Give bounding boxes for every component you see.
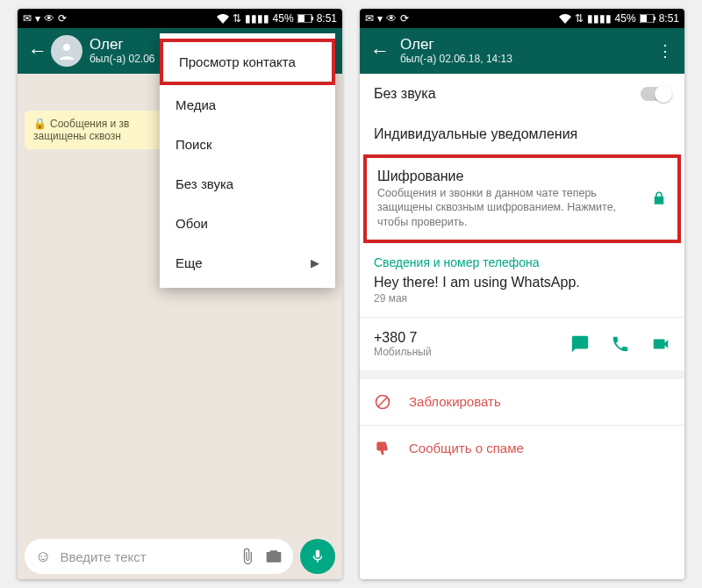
about-status-date: 29 мая [360, 290, 684, 317]
row-label: Без звука [374, 86, 641, 102]
action-label: Заблокировать [409, 394, 501, 409]
mic-button[interactable] [300, 539, 335, 574]
row-phone[interactable]: +380 7 Мобильный [360, 318, 684, 370]
envelope-icon: ✉ [23, 12, 32, 25]
row-custom-notifications[interactable]: Индивидуальные уведомления [360, 114, 684, 154]
encryption-title: Шифрование [377, 169, 644, 184]
phone-left: ✉ ▾ 👁 ⟳ ⇅ ▮▮▮▮ 45% 8:51 ← Олег был(-а) 0… [18, 9, 342, 579]
action-label: Сообщить о спаме [409, 441, 524, 455]
battery-percent: 45% [273, 12, 294, 25]
clock-time: 8:51 [659, 12, 679, 25]
wifi-icon [559, 14, 571, 24]
back-button[interactable]: ← [25, 39, 51, 62]
message-icon[interactable] [570, 334, 590, 354]
overflow-menu: Просмотр контакта Медиа Поиск Без звука … [160, 33, 335, 288]
contact-name: Олег [400, 37, 653, 54]
svg-rect-5 [641, 15, 647, 22]
signal-icon: ▮▮▮▮ [587, 12, 612, 25]
eye-icon: 👁 [386, 12, 397, 25]
sync-icon: ⟳ [400, 12, 409, 25]
battery-icon [640, 14, 655, 23]
contact-info-content: Без звука Индивидуальные уведомления Шиф… [360, 74, 684, 579]
emoji-icon[interactable]: ☺ [35, 548, 51, 566]
menu-item-label: Без звука [176, 176, 233, 191]
mute-toggle[interactable] [641, 87, 670, 101]
svg-line-8 [378, 398, 387, 406]
sync-icon: ⟳ [58, 12, 67, 25]
kebab-menu[interactable]: ⋮ [653, 41, 677, 61]
about-status[interactable]: Hey there! I am using WhatsApp. [360, 275, 684, 290]
thumbs-down-icon [374, 440, 393, 457]
svg-point-3 [63, 44, 70, 51]
attach-icon[interactable] [239, 548, 256, 565]
menu-more[interactable]: Еще ▶ [160, 243, 335, 283]
encryption-desc: Сообщения и звонки в данном чате теперь … [377, 186, 644, 229]
report-button[interactable]: Сообщить о спаме [360, 426, 684, 471]
back-button[interactable]: ← [367, 39, 393, 62]
menu-item-label: Еще [176, 255, 203, 270]
eye-icon: 👁 [44, 12, 54, 25]
lock-icon: 🔒 [33, 118, 47, 130]
signal-icon: ▮▮▮▮ [245, 12, 269, 25]
status-bar: ✉ ▾ 👁 ⟳ ⇅ ▮▮▮▮ 45% 8:51 [360, 9, 684, 28]
data-icon: ⇅ [233, 12, 241, 25]
envelope-icon: ✉ [365, 12, 374, 25]
call-icon[interactable] [611, 334, 630, 354]
menu-item-label: Обои [176, 216, 208, 231]
status-bar: ✉ ▾ 👁 ⟳ ⇅ ▮▮▮▮ 45% 8:51 [18, 9, 342, 28]
message-input[interactable]: ☺ Введите текст [25, 539, 293, 574]
menu-media[interactable]: Медиа [160, 85, 335, 125]
menu-search[interactable]: Поиск [160, 125, 335, 164]
phone-right: ✉ ▾ 👁 ⟳ ⇅ ▮▮▮▮ 45% 8:51 ← Олег был(-а) 0… [360, 9, 684, 579]
down-arrow-icon: ▾ [35, 12, 40, 25]
input-bar: ☺ Введите текст [18, 534, 342, 579]
menu-mute[interactable]: Без звука [160, 164, 335, 204]
row-label: Индивидуальные уведомления [374, 126, 670, 142]
menu-wallpaper[interactable]: Обои [160, 204, 335, 243]
contact-last-seen: был(-а) 02.06.18, 14:13 [400, 54, 653, 65]
camera-icon[interactable] [265, 548, 283, 565]
svg-rect-2 [312, 17, 313, 20]
row-encryption[interactable]: Шифрование Сообщения и звонки в данном ч… [367, 158, 677, 240]
contact-title-block[interactable]: Олег был(-а) 02.06.18, 14:13 [400, 37, 653, 65]
data-icon: ⇅ [575, 12, 584, 25]
clock-time: 8:51 [317, 12, 337, 25]
menu-item-label: Просмотр контакта [179, 54, 296, 69]
avatar[interactable] [51, 35, 82, 67]
big-divider [360, 370, 684, 379]
chevron-right-icon: ▶ [311, 256, 319, 269]
encryption-highlight: Шифрование Сообщения и звонки в данном ч… [363, 154, 681, 243]
block-icon [374, 393, 393, 411]
menu-view-contact[interactable]: Просмотр контакта [160, 39, 335, 85]
down-arrow-icon: ▾ [377, 12, 383, 25]
svg-rect-6 [654, 17, 655, 20]
block-button[interactable]: Заблокировать [360, 379, 684, 425]
video-icon[interactable] [651, 334, 670, 354]
battery-icon [297, 14, 313, 23]
lock-icon [651, 190, 667, 206]
svg-rect-1 [298, 15, 304, 22]
app-bar: ← Олег был(-а) 02.06.18, 14:13 ⋮ [360, 28, 684, 74]
encryption-notice-text: Сообщения и зв защищены сквозн [33, 118, 129, 142]
menu-item-label: Поиск [176, 137, 212, 152]
row-mute[interactable]: Без звука [360, 74, 684, 114]
wifi-icon [217, 14, 229, 24]
phone-number: +380 7 [374, 330, 570, 346]
battery-percent: 45% [615, 12, 636, 25]
message-placeholder: Введите текст [60, 549, 230, 564]
phone-label: Мобильный [374, 346, 570, 358]
menu-item-label: Медиа [176, 97, 216, 112]
mic-icon [310, 549, 326, 564]
person-icon [56, 40, 77, 61]
section-about-header: Сведения и номер телефона [360, 243, 684, 275]
encryption-notice: 🔒Сообщения и зв защищены сквозн [25, 111, 183, 149]
